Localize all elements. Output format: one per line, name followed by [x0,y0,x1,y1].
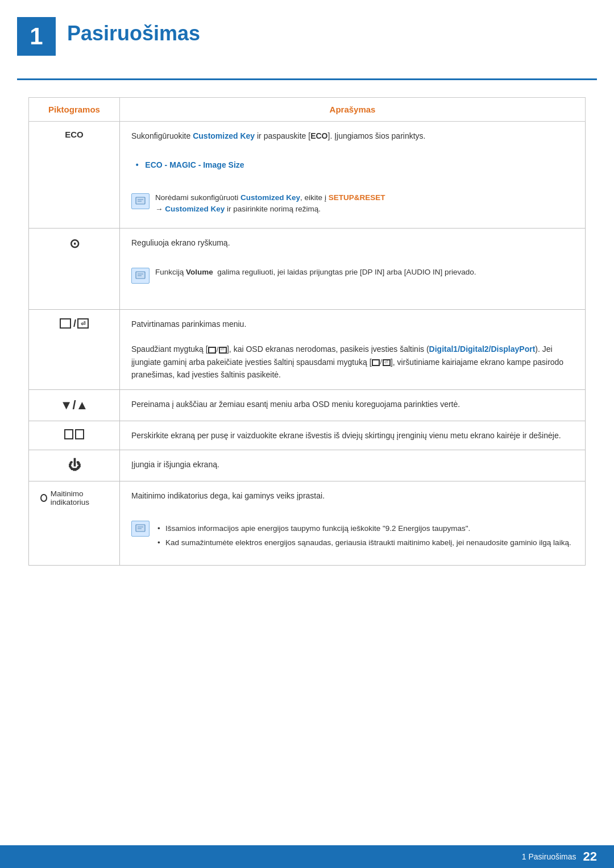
note-setup-reset: SETUP&RESET [329,193,385,202]
eco-highlight-row: • ECO - MAGIC - Image Size [131,159,574,171]
source-line2: Spaudžiant mygtuką [/⏎], kai OSD ekranas… [131,343,574,381]
indicator-circle-icon [40,494,47,502]
icon-cell-indicator: Maitinimo indikatorius [29,481,120,565]
nav-text: Pereinama į aukščiau ar žemiau esantį me… [131,398,574,410]
inline-source-icon2: /⏎ [372,357,391,368]
indicator-bullet-1: Išsamios informacijos apie energijos tau… [155,523,574,535]
eco-note-text: Norėdami sukonfigūruoti Customized Key, … [155,192,574,216]
desc-cell-nav: Pereinama į aukščiau ar žemiau esantį me… [120,389,586,421]
indicator-text: Maitinimo indikatorius [51,489,108,506]
source-icon-wrap: / ⏎ [60,318,89,330]
table-row: ⏻ Įjungia ir išjungia ekraną. [29,450,586,481]
brightness-note-text: Funkciją Volume galima reguliuoti, jei l… [155,267,574,279]
desc-cell-split: Perskirkite ekraną per pusę ir vaizduoki… [120,421,586,450]
icon-cell-source: / ⏎ [29,309,120,389]
table-row: / ⏎ Patvirtinamas parinkimas meniu. Spau… [29,309,586,389]
table-row: ECO Sukonfigūruokite Customized Key ir p… [29,122,586,229]
volume-bold: Volume [186,268,213,276]
desc-cell-power: Įjungia ir išjungia ekraną. [120,450,586,481]
footer-section-label: 1 Pasiruošimas [522,852,576,861]
svg-rect-6 [136,525,145,531]
indicator-note-box: Išsamios informacijos apie energijos tau… [131,520,574,553]
icon-cell-power: ⏻ [29,450,120,481]
icon-cell-brightness: ⊙ [29,229,120,309]
indicator-main-text: Maitinimo indikatorius dega, kai gaminys… [131,489,574,502]
page-footer: 1 Pasiruošimas 22 [0,845,614,868]
indicator-bullet-2: Kad sumažintumėte elektros energijos sąn… [155,537,574,549]
customized-key-text: Customized Key [193,131,255,140]
table-row: Maitinimo indikatorius Maitinimo indikat… [29,481,586,565]
icon-cell-split [29,421,120,450]
note-svg-icon3 [135,524,146,533]
note-svg-icon2 [135,271,146,280]
table-row: Perskirkite ekraną per pusę ir vaizduoki… [29,421,586,450]
page-title: Pasiruošimas [67,22,200,45]
svg-rect-0 [136,197,145,204]
desc-cell-indicator: Maitinimo indikatorius dega, kai gaminys… [120,481,586,565]
source-return-icon: ⏎ [77,318,89,329]
table-row: ⊙ Reguliuoja ekrano ryškumą. [29,229,586,309]
col-header-icons: Piktogramos [29,98,120,122]
brightness-note-box: Funkciją Volume galima reguliuoti, jei l… [131,267,574,284]
split-text: Perskirkite ekraną per pusę ir vaizduoki… [131,429,574,442]
indicator-label: Maitinimo indikatorius [40,489,108,506]
source-line1: Patvirtinamas parinkimas meniu. [131,318,574,330]
note-icon-indicator [131,521,150,537]
note-icon [131,193,150,209]
power-icon: ⏻ [68,458,81,472]
eco-label: ECO [65,130,84,139]
split-rect-left [64,429,73,439]
eco-bracket: ECO [310,131,327,140]
col-header-desc: Aprašymas [120,98,586,122]
icon-table: Piktogramos Aprašymas ECO Sukonfigūruoki… [28,97,586,566]
note-svg-icon [135,197,146,206]
source-box-icon [60,318,71,329]
nav-arrow-icon: ▼/▲ [60,398,89,412]
icon-cell-eco: ECO [29,122,120,229]
desc-cell-brightness: Reguliuoja ekrano ryškumą. Funkciją Volu… [120,229,586,309]
split-rect-right [75,429,84,439]
note-customized-key: Customized Key [240,193,300,202]
note-arrow-customized-key: Customized Key [165,205,225,213]
footer-page-number: 22 [583,849,597,864]
page-header: 1 Pasiruošimas [0,0,614,78]
eco-main-text: Sukonfigūruokite Customized Key ir paspa… [131,130,574,142]
main-content: Piktogramos Aprašymas ECO Sukonfigūruoki… [0,80,614,583]
digital-bold: Digital1/Digital2/DisplayPort [429,344,536,354]
table-row: ▼/▲ Pereinama į aukščiau ar žemiau esant… [29,389,586,421]
svg-rect-3 [136,272,145,279]
indicator-note-text: Išsamios informacijos apie energijos tau… [155,520,574,553]
eco-note-box: Norėdami sukonfigūruoti Customized Key, … [131,192,574,216]
inline-source-icon: /⏎ [208,344,227,355]
source-slash-icon: / [73,318,76,330]
brightness-main-text: Reguliuoja ekrano ryškumą. [131,236,574,249]
note-icon-brightness [131,268,150,284]
icon-cell-nav: ▼/▲ [29,389,120,421]
brightness-icon: ⊙ [69,236,80,251]
power-text: Įjungia ir išjungia ekraną. [131,458,574,471]
split-icon [40,429,108,439]
desc-cell-eco: Sukonfigūruokite Customized Key ir paspa… [120,122,586,229]
desc-cell-source: Patvirtinamas parinkimas meniu. Spaudžia… [120,309,586,389]
chapter-number: 1 [17,17,56,56]
indicator-bullet-list: Išsamios informacijos apie energijos tau… [155,523,574,549]
